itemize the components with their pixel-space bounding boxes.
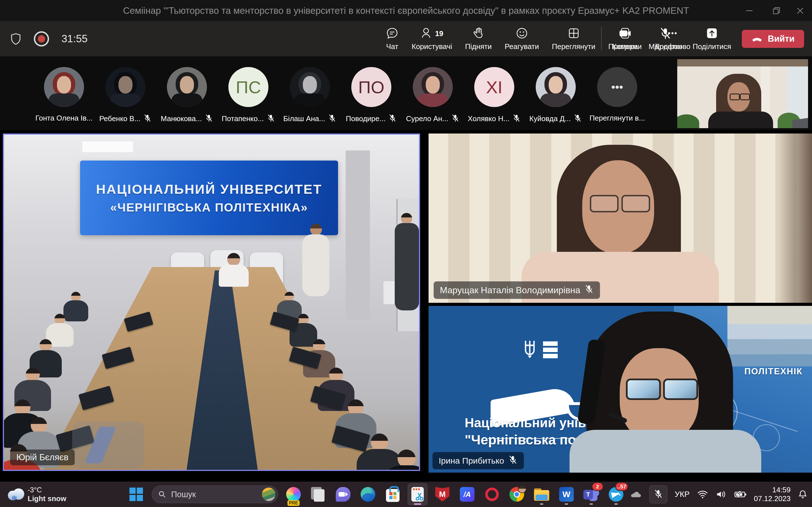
mic-off-icon (328, 114, 336, 123)
standing-person (395, 223, 419, 311)
mic-off-icon (143, 114, 152, 123)
chevron-up-icon[interactable] (613, 490, 622, 499)
mic-off-icon (654, 489, 663, 499)
video-tile-prybytko[interactable]: ПОЛІТЕХНІК Національний універ "Чернігів… (428, 306, 812, 473)
shield-icon (10, 33, 21, 45)
word-taskbar-button[interactable]: W (557, 483, 576, 505)
tray-mic-muted-button[interactable] (649, 485, 667, 503)
meeting-timer: 31:55 (61, 33, 88, 45)
participant-avatar (290, 67, 330, 107)
participant-name-row: Переглянути в... (590, 114, 645, 122)
participant-tile[interactable]: Куйовда Д... (525, 67, 587, 123)
mic-off-icon (659, 27, 672, 40)
camera-button[interactable]: Камера (612, 21, 638, 56)
person-silhouette (313, 339, 325, 351)
participant-name: Холявко Н... (468, 114, 509, 123)
snipping-tool-taskbar-button[interactable] (408, 483, 427, 505)
minimize-button[interactable] (743, 5, 756, 16)
person-silhouette (71, 292, 81, 301)
share-button[interactable]: Поділитися (693, 21, 731, 56)
file-explorer-taskbar-button[interactable] (532, 483, 552, 505)
participant-tile[interactable]: •••Переглянути в... (587, 67, 648, 122)
participant-tile[interactable]: Сурело Ан... (402, 67, 463, 123)
participants-button[interactable]: 19 Користувачі (412, 21, 452, 56)
participant-tile[interactable]: Білаш Ана... (279, 67, 341, 123)
self-view-video[interactable] (677, 59, 808, 128)
person-hoodie (569, 430, 761, 473)
document-lines-icon (542, 340, 559, 359)
main-video-tile[interactable]: НАЦІОНАЛЬНИЙ УНІВЕРСИТЕТ «ЧЕРНІГІВСЬКА П… (3, 133, 420, 471)
mic-off-icon (512, 114, 521, 123)
name-tag-prybytko: Ірина Прибитько (433, 452, 524, 469)
bell-icon[interactable] (798, 490, 808, 499)
participant-avatar (167, 67, 207, 107)
microphone-button[interactable]: Мікрофон (649, 21, 682, 56)
search-icon (158, 490, 166, 498)
react-button[interactable]: Реагувати (505, 21, 539, 56)
battery-icon[interactable] (734, 490, 747, 499)
participant-name-row: Білаш Ана... (283, 114, 336, 123)
leave-button[interactable]: Вийти (742, 30, 804, 48)
participant-tile[interactable]: ХІХолявко Н... (463, 67, 525, 123)
participant-tile[interactable]: ПСПотапенко... (218, 67, 279, 123)
more-participants-avatar: ••• (597, 67, 637, 107)
trident-icon (523, 340, 536, 359)
search-box[interactable]: Пошук (152, 486, 278, 503)
language-indicator[interactable]: УКР (675, 490, 690, 499)
wifi-icon[interactable] (697, 490, 708, 499)
mcafee-taskbar-button[interactable]: M (433, 483, 452, 505)
start-button[interactable] (126, 483, 146, 505)
view-button[interactable]: Переглянути (552, 21, 596, 56)
teams-taskbar-button[interactable]: T2 (581, 483, 601, 505)
copilot-taskbar-button[interactable]: PRE (284, 483, 303, 505)
participant-name: Гонта Олена Ів... (36, 114, 93, 122)
participant-tile[interactable]: Манюкова... (156, 67, 218, 123)
chat-button[interactable]: Чат (386, 21, 399, 56)
participant-name-row: Гонта Олена Ів... (36, 114, 93, 122)
mic-off-icon (451, 114, 460, 123)
toolbar-right: Камера Мікрофон Поділитися Вийти (601, 21, 804, 56)
snipping-tool-icon (411, 487, 424, 502)
university-wall-sign: НАЦІОНАЛЬНИЙ УНІВЕРСИТЕТ «ЧЕРНІГІВСЬКА П… (80, 161, 338, 235)
opera-taskbar-button[interactable] (482, 483, 502, 505)
chrome-profile-taskbar-button[interactable] (507, 483, 527, 505)
chat-icon (386, 27, 399, 40)
toolbar-divider (601, 27, 602, 51)
recording-indicator-icon (34, 31, 49, 47)
participant-name-row: Сурело Ан... (406, 114, 460, 123)
onedrive-icon[interactable] (629, 490, 642, 499)
participant-name: Білаш Ана... (283, 114, 325, 123)
snow-cloud-icon: ❄ (7, 488, 23, 501)
teams-meeting-window: Семіінар '"Тьюторство та менторство в ун… (0, 0, 812, 507)
mic-off-icon (328, 114, 336, 122)
chat-app-taskbar-button[interactable] (333, 483, 353, 505)
person-silhouette (285, 292, 294, 301)
weather-widget[interactable]: ❄ -3°C Light snow (7, 482, 66, 507)
blue-a-app-taskbar-button[interactable]: /A (457, 483, 477, 505)
store-icon (386, 487, 400, 502)
store-taskbar-button[interactable] (383, 483, 403, 505)
participant-tile[interactable]: Ребенко В... (95, 67, 156, 123)
glasses-left-lens (730, 94, 740, 100)
name-tag-marushchak: Марущак Наталія Володимирівна (434, 281, 600, 299)
video-tile-marushchak[interactable]: Марущак Наталія Володимирівна (428, 133, 812, 303)
restore-icon (772, 6, 781, 15)
smiley-icon (515, 27, 528, 40)
mic-off-icon (267, 114, 275, 123)
opera-icon (485, 488, 499, 501)
participant-avatar (44, 67, 84, 107)
close-button[interactable] (794, 5, 806, 16)
weather-desc: Light snow (28, 494, 66, 503)
participant-tile[interactable]: Гонта Олена Ів... (33, 67, 95, 122)
hangup-phone-icon (751, 36, 763, 42)
volume-icon[interactable] (716, 490, 727, 499)
edge-taskbar-button[interactable] (358, 483, 378, 505)
clock[interactable]: 14:59 07.12.2023 (754, 486, 791, 503)
person-silhouette (298, 314, 309, 325)
participant-name-row: Ребенко В... (99, 114, 152, 123)
task-view-taskbar-button[interactable] (308, 483, 328, 505)
raise-hand-button[interactable]: Підняти (465, 21, 492, 56)
mic-off-icon (267, 114, 275, 122)
participant-tile[interactable]: ПОПоводире... (341, 67, 402, 123)
restore-button[interactable] (770, 5, 783, 16)
